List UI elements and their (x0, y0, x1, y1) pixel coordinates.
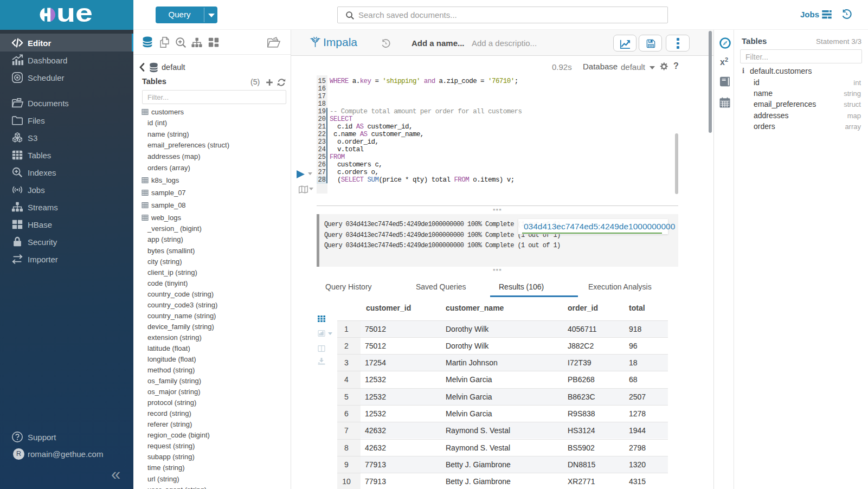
svg-text:ue: ue (56, 8, 93, 22)
